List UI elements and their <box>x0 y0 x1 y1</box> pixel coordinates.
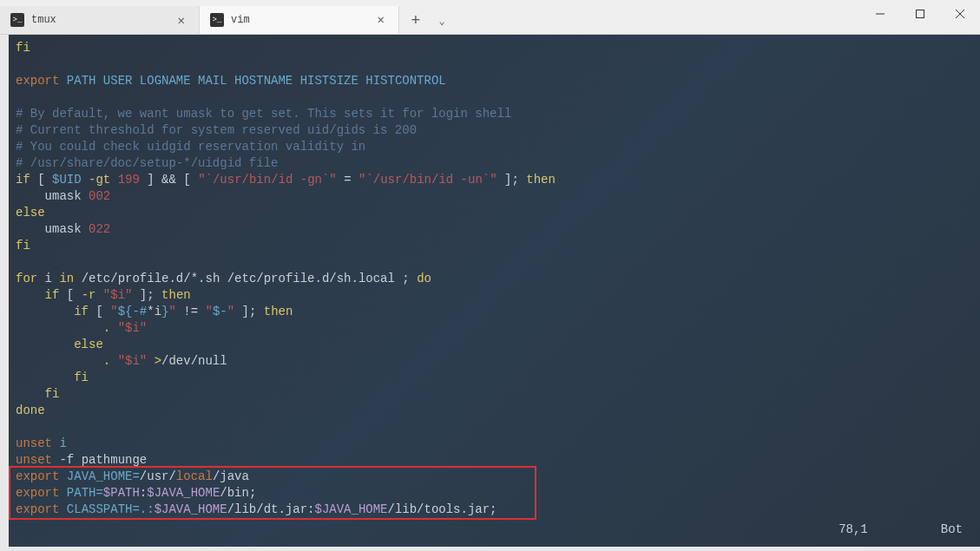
code-token: fi <box>16 41 30 55</box>
code-token: " <box>168 305 175 318</box>
code-token: fi <box>16 371 89 384</box>
code-comment: # By default, we want umask to get set. … <box>16 107 511 121</box>
code-token: for <box>16 272 37 285</box>
code-token: `/usr/bin/id -gn` <box>206 173 330 187</box>
code-token: $JAVA_HOME <box>155 502 227 516</box>
code-token: CLASSPATH=.: <box>59 502 154 516</box>
code-token: export <box>16 502 59 516</box>
code-token: " <box>110 305 117 318</box>
code-token: [ <box>30 173 52 187</box>
code-token: -gt <box>82 173 118 187</box>
maximize-icon <box>916 10 924 18</box>
code-token: -f <box>52 453 82 467</box>
code-token: PATH= <box>59 486 102 500</box>
code-token: ] <box>132 288 147 302</box>
code-token: " <box>227 305 234 318</box>
code-token: " <box>490 173 497 187</box>
code-token: $PATH <box>103 486 140 500</box>
code-token: /usr/ <box>140 469 176 483</box>
code-token: . <box>16 354 118 368</box>
minimize-icon <box>876 10 885 18</box>
code-token: pathmunge <box>82 453 148 467</box>
code-token: 199 <box>118 173 140 187</box>
code-token: fi <box>16 387 59 401</box>
code-token: then <box>161 288 191 302</box>
close-icon[interactable]: ✕ <box>374 12 388 27</box>
cursor-position: 78,1 <box>839 522 868 536</box>
code-token: then <box>264 305 293 318</box>
code-token: > <box>155 354 161 368</box>
add-tab-button[interactable]: + <box>403 8 429 34</box>
code-token: $- <box>213 305 227 318</box>
minimize-button[interactable] <box>860 0 900 28</box>
terminal-content[interactable]: fi export PATH USER LOGNAME MAIL HOSTNAM… <box>9 35 980 547</box>
code-token: 002 <box>89 189 110 203</box>
code-token: ] <box>497 173 512 187</box>
code-token: . <box>16 321 118 335</box>
code-token: ; <box>511 173 526 187</box>
code-token: [ <box>59 288 81 302</box>
code-token: ] <box>140 173 161 187</box>
code-comment: # You could check uidgid reservation val… <box>16 140 365 154</box>
close-button[interactable] <box>940 0 980 28</box>
code-token: [ <box>176 173 198 187</box>
code-token <box>95 288 102 302</box>
code-token: /lib/tools.jar; <box>388 502 497 516</box>
svg-rect-1 <box>917 10 924 18</box>
code-token: then <box>526 173 556 187</box>
code-token: /java <box>213 469 249 483</box>
code-token: umask <box>16 189 89 203</box>
code-token: /etc/profile.d/*.sh /etc/profile.d/sh.lo… <box>74 272 417 285</box>
code-token: $JAVA_HOME <box>147 486 220 500</box>
code-token: ] <box>234 305 249 318</box>
code-token: $JAVA_HOME <box>314 502 387 516</box>
code-token: do <box>417 272 431 285</box>
code-token: `/usr/bin/id -un` <box>365 173 490 187</box>
code-comment: # /usr/share/doc/setup-*/uidgid file <box>16 156 278 170</box>
code-token: ; <box>147 288 161 302</box>
chevron-down-icon[interactable]: ⌄ <box>429 8 455 34</box>
code-token: ${-# <box>118 305 148 318</box>
code-token: [ <box>89 305 110 318</box>
code-token: if <box>16 173 30 187</box>
code-token: if <box>16 288 59 302</box>
code-token: if <box>16 305 89 318</box>
code-token: in <box>59 272 74 285</box>
code-token: PATH USER LOGNAME MAIL HOSTNAME HISTSIZE… <box>59 74 445 88</box>
code-token: export <box>16 486 59 500</box>
code-token: 022 <box>89 222 110 236</box>
close-icon[interactable]: ✕ <box>174 13 188 28</box>
code-token: "$i" <box>103 288 133 302</box>
tab-label: vim <box>231 14 250 26</box>
code-token: != <box>176 305 206 318</box>
code-token: $UID <box>52 173 82 187</box>
code-token: ; <box>249 305 264 318</box>
code-token: "$i" <box>118 321 148 335</box>
code-token: /dev/null <box>161 354 227 368</box>
code-token: " <box>198 173 205 187</box>
code-token: " <box>205 305 212 318</box>
code-comment: # Current threshold for system reserved … <box>16 123 417 137</box>
terminal-icon: >_ <box>10 13 24 27</box>
code-token: : <box>140 486 147 500</box>
code-token: -r <box>82 288 96 302</box>
tab-vim[interactable]: >_ vim ✕ <box>200 6 399 34</box>
code-token: && <box>161 173 176 187</box>
close-icon <box>956 10 964 18</box>
code-token: /bin; <box>220 486 256 500</box>
maximize-button[interactable] <box>900 0 940 28</box>
code-token: unset <box>16 436 52 450</box>
code-token: i <box>37 272 59 285</box>
code-token <box>147 354 154 368</box>
code-token: done <box>16 403 45 417</box>
code-token: umask <box>16 222 89 236</box>
code-token: export <box>16 74 59 88</box>
code-token: "$i" <box>118 354 148 368</box>
code-token: fi <box>16 239 30 253</box>
code-token: else <box>16 338 103 351</box>
code-token: else <box>16 206 45 220</box>
tab-tmux[interactable]: >_ tmux ✕ <box>0 6 200 34</box>
code-token: local <box>176 469 213 483</box>
code-token: export <box>16 469 59 483</box>
tabs-container: >_ tmux ✕ >_ vim ✕ + ⌄ <box>0 0 455 34</box>
